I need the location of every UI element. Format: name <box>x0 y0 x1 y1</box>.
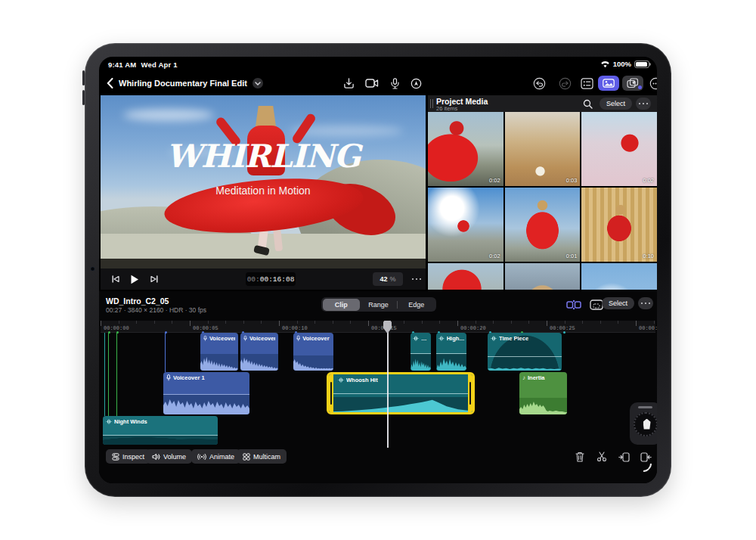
clip-audio-small[interactable]: … <box>411 333 431 371</box>
title-chevron-down-icon[interactable] <box>253 78 263 88</box>
inspect-icon <box>112 453 119 461</box>
volume-button[interactable]: Volume <box>146 449 192 464</box>
media-thumb[interactable] <box>581 263 657 290</box>
jog-dial[interactable] <box>634 412 658 436</box>
jog-pointer <box>643 419 651 430</box>
media-select-button[interactable]: Select <box>600 98 632 110</box>
zoom-level-control[interactable]: 42 % <box>373 272 403 286</box>
status-date: Wed Apr 1 <box>141 61 177 69</box>
project-title[interactable]: Whirling Documentary Final Edit <box>119 79 247 88</box>
media-thumb[interactable]: 0:03 <box>505 112 581 186</box>
clip-label: Voiceover 3 <box>302 335 330 342</box>
clip-stem <box>104 333 105 416</box>
multicam-icon <box>243 453 250 461</box>
panel-resize-handle[interactable] <box>430 99 433 108</box>
media-browser-icon[interactable] <box>598 76 619 91</box>
timecode-display[interactable]: 00:00:16:08 <box>246 272 296 286</box>
battery-percent: 100% <box>613 60 631 68</box>
more-options-icon[interactable] <box>646 75 657 92</box>
viewer[interactable]: WHIRLING Meditation in Motion <box>101 95 426 268</box>
media-thumb[interactable]: 0:02 <box>428 112 503 186</box>
segment-edge[interactable]: Edge <box>398 299 435 311</box>
clip-night-winds[interactable]: Night Winds <box>103 416 218 445</box>
trim-handle-left[interactable] <box>329 374 333 412</box>
insert-clip-icon[interactable] <box>615 448 632 465</box>
microphone-icon[interactable] <box>386 75 404 92</box>
timeline-clip-name: WD_Intro_C2_05 <box>106 296 169 306</box>
connect-clips-icon[interactable] <box>565 296 583 313</box>
animate-button[interactable]: Animate <box>191 449 240 464</box>
clip-label: Voiceover 2 <box>249 335 275 342</box>
status-bar: 9:41 AMWed Apr 1 100% <box>99 57 657 73</box>
media-more-icon[interactable] <box>636 98 651 110</box>
media-thumb[interactable]: 0:02 <box>581 112 657 186</box>
clip-voiceover-2b[interactable]: Voiceover 2 <box>240 333 278 371</box>
multicam-button[interactable]: Multicam <box>237 449 287 464</box>
skip-back-icon[interactable] <box>107 271 125 287</box>
clip-voiceover-1[interactable]: Voiceover 1 <box>163 372 249 414</box>
clip-time-piece[interactable]: Time Piece <box>488 333 562 371</box>
record-voiceover-icon[interactable] <box>407 75 425 92</box>
ground-dark <box>101 259 426 268</box>
effects-badge <box>638 85 642 89</box>
blade-cut-icon[interactable] <box>593 448 610 465</box>
viewer-more-icon[interactable] <box>407 271 426 287</box>
thumb-duration: 0:10 <box>643 253 654 259</box>
ruler-label: 00:00:30 <box>639 325 657 331</box>
camera-icon[interactable] <box>363 75 381 92</box>
media-thumb[interactable]: 0:01 <box>505 188 581 262</box>
clip-whoosh-hit-selected[interactable]: Whoosh Hit <box>327 372 475 414</box>
edit-mode-segmented-control: Clip Range Edge <box>321 297 436 312</box>
volume-down-button <box>82 90 85 105</box>
clip-voiceover-2[interactable]: Voiceover 2 <box>200 333 238 371</box>
timeline-more-icon[interactable] <box>638 297 653 309</box>
media-thumb[interactable]: 0:02 <box>428 188 503 262</box>
inspect-button[interactable]: Inspect <box>106 449 150 464</box>
clip-label: … <box>421 335 427 342</box>
clip-stem <box>165 333 166 372</box>
clip-high[interactable]: High… <box>436 333 466 371</box>
jog-wheel[interactable] <box>630 402 657 445</box>
media-thumb[interactable]: 0:10 <box>581 188 657 262</box>
segment-clip[interactable]: Clip <box>323 299 360 311</box>
screen: 9:41 AMWed Apr 1 100% Whirling Documenta… <box>99 57 657 483</box>
undo-icon[interactable] <box>530 75 548 92</box>
back-icon[interactable] <box>107 78 113 88</box>
status-right: 100% <box>600 60 649 68</box>
timecode-value: 00:16:08 <box>260 275 295 284</box>
clip-stem <box>116 333 117 416</box>
ipad-device: 9:41 AMWed Apr 1 100% Whirling Documenta… <box>85 43 671 497</box>
transport-bar: 00:00:16:08 42 % <box>101 268 426 290</box>
clip-stem <box>108 333 109 416</box>
segment-range[interactable]: Range <box>360 299 397 311</box>
clip-inertia[interactable]: ♪ Inertia <box>519 372 567 414</box>
delete-icon[interactable] <box>572 448 588 465</box>
timeline-ruler[interactable]: 00:00:00 00:00:05 00:00:10 00:00:15 00:0… <box>101 321 655 333</box>
timeline-select-button[interactable]: Select <box>602 297 634 309</box>
trim-handle-right[interactable] <box>468 374 472 412</box>
media-thumb[interactable] <box>505 263 581 290</box>
video-subtitle-text: Meditation in Motion <box>101 185 426 197</box>
volume-up-button <box>82 70 85 85</box>
thumb-duration: 0:02 <box>643 177 654 184</box>
zoom-value: 42 <box>380 275 387 283</box>
redo-icon[interactable] <box>556 75 574 92</box>
jog-drag-handle[interactable] <box>638 406 652 408</box>
media-thumb[interactable] <box>428 263 503 290</box>
animate-label: Animate <box>209 453 234 461</box>
volume-label: Volume <box>163 453 186 461</box>
thumb-duration: 0:02 <box>489 177 500 184</box>
play-icon[interactable] <box>125 271 144 287</box>
playhead-line[interactable] <box>387 321 389 448</box>
ruler-label: 00:00:10 <box>282 325 308 331</box>
music-note-icon: ♪ <box>522 374 525 381</box>
clip-voiceover-3[interactable]: Voiceover 3 <box>293 333 333 371</box>
thumb-duration: 0:02 <box>489 253 500 259</box>
import-icon[interactable] <box>339 75 358 92</box>
effects-browser-icon[interactable] <box>622 76 643 91</box>
search-icon[interactable] <box>578 95 596 112</box>
browser-index-icon[interactable] <box>578 75 596 92</box>
skip-forward-icon[interactable] <box>145 271 163 287</box>
zoom-unit: % <box>390 275 396 283</box>
timecode-prefix: 00: <box>247 275 260 284</box>
